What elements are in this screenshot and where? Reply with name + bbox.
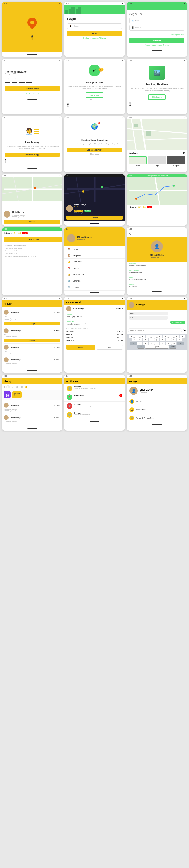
key-v[interactable]: v <box>154 342 159 345</box>
history-tab-20[interactable]: 20 <box>20 385 24 388</box>
dropoff-button[interactable]: DROP OFF <box>4 237 62 242</box>
key-h[interactable]: h <box>160 338 165 341</box>
req-2-accept[interactable]: Accept <box>4 339 61 342</box>
task-job-tag: TASK JOB <box>74 210 83 212</box>
nav-item-logout[interactable]: ↩️ Logout <box>64 284 125 290</box>
map-option-default[interactable]: Default <box>128 156 147 166</box>
key-l[interactable]: l <box>177 338 182 341</box>
map-option-high[interactable]: High <box>148 156 166 166</box>
key-j[interactable]: j <box>166 338 171 341</box>
settings-item-privacy[interactable]: 🔒 Terms & Privacy Policy <box>127 414 187 422</box>
key-n[interactable]: n <box>166 342 171 345</box>
key-g[interactable]: g <box>154 338 159 341</box>
signup-phone-field[interactable]: 📱 Phone <box>129 25 184 31</box>
forgot-link[interactable]: Forgot password? <box>171 34 184 35</box>
nav-item-request[interactable]: 📋 Request <box>64 252 125 259</box>
back-button[interactable]: ‹ <box>5 65 60 68</box>
nav-item-settings[interactable]: ⚙️ Settings <box>64 278 125 284</box>
key-backspace[interactable]: ⌫ <box>177 342 184 345</box>
otp-box-1[interactable]: 9 <box>5 77 10 83</box>
key-w[interactable]: w <box>134 335 139 338</box>
key-o[interactable]: o <box>174 335 179 338</box>
accept-status-icons: ▪▪ <box>122 59 123 61</box>
route-icons: ▪▪▪ <box>184 175 185 177</box>
history-bell-icon[interactable]: 🔔 <box>25 385 27 388</box>
dropoff-screen: 0:02 ▪▪▪ 1.8 mins $ 11.00 FAST DROP OFF … <box>2 227 62 295</box>
login-signup-link[interactable]: Create a new account? Sign Up <box>67 37 122 39</box>
key-s[interactable]: s <box>137 338 143 341</box>
nav-item-home[interactable]: 🏠 Home <box>64 246 125 252</box>
key-d[interactable]: d <box>143 338 148 341</box>
signup-button[interactable]: SIGN UP <box>129 38 184 43</box>
home-icon: 🏠 <box>68 248 70 250</box>
key-shift[interactable]: ⇧ <box>130 342 137 345</box>
nav-item-history[interactable]: 📅 History <box>64 265 125 272</box>
close-icon[interactable]: ✕ <box>183 151 185 155</box>
accept-show-more[interactable]: Show more <box>67 99 122 101</box>
otp-box-3[interactable] <box>19 77 25 83</box>
nav-step-4: Turn left into 43 W <box>4 252 61 255</box>
chat-input-field[interactable] <box>128 329 182 333</box>
verify-button[interactable]: VERIFY NOW <box>5 86 60 91</box>
map-option-autopilot[interactable]: Autopilot <box>167 156 185 166</box>
key-y[interactable]: y <box>157 335 162 338</box>
location-show-more[interactable]: Show more <box>67 153 122 155</box>
tracking-skip-button[interactable]: Skip to App <box>148 94 166 100</box>
key-a[interactable]: a <box>132 338 137 341</box>
detail-accept-button[interactable]: Accept <box>66 345 95 350</box>
history-tab-15[interactable]: 15 <box>15 385 19 388</box>
driver-detail-light: 2139 Flying Tansular <box>12 215 25 216</box>
key-z[interactable]: z <box>137 342 143 345</box>
accept-button-light[interactable]: Accept <box>4 220 61 224</box>
phone-placeholder: Phone <box>73 25 79 27</box>
key-u[interactable]: u <box>163 335 168 338</box>
send-icon[interactable]: ➤ <box>183 329 186 332</box>
route-price: $ 11.00 <box>138 206 146 208</box>
req-1-accept[interactable]: Accept <box>4 322 61 326</box>
key-i[interactable]: i <box>168 335 174 338</box>
otp-box-4[interactable] <box>26 77 32 83</box>
key-x[interactable]: x <box>143 342 148 345</box>
key-f[interactable]: f <box>149 338 154 341</box>
key-e[interactable]: e <box>140 335 145 338</box>
signup-email-field[interactable]: ✉️ Email <box>129 18 184 23</box>
history-tab-10[interactable]: 10 <box>11 385 14 388</box>
tracking-status-icons: ▪▪ <box>184 59 185 61</box>
key-return[interactable]: return <box>169 345 176 348</box>
route-bottom-bar <box>152 212 162 212</box>
login-content: Login 📱 Phone NEXT Create a new account?… <box>64 14 125 42</box>
key-space[interactable]: space <box>145 345 169 348</box>
map-preview-autopilot <box>167 156 185 164</box>
accept-button-dark[interactable]: Accept <box>66 216 123 220</box>
phone-status-icons: ▪▪ <box>59 59 61 61</box>
login-phone-field[interactable]: 📱 Phone <box>67 23 122 29</box>
profile-close-icon[interactable]: ✕ <box>128 232 131 236</box>
history-tab-id[interactable]: ID <box>4 386 5 388</box>
key-m[interactable]: m <box>171 342 177 345</box>
nav-item-wallet[interactable]: 💰 My Wallet <box>64 259 125 265</box>
continue-button[interactable]: Continue to App <box>5 153 60 157</box>
key-c[interactable]: c <box>149 342 154 345</box>
dot-1 <box>31 35 33 37</box>
phone-value-profile: +000-0000-0001 <box>129 272 184 274</box>
notif-delete-badge[interactable]: ✕ <box>119 394 122 397</box>
settings-item-profile[interactable]: 👤 Profile <box>127 398 187 406</box>
settings-item-notification[interactable]: 🔔 Notification <box>127 406 187 414</box>
notif-bottom-bar <box>90 421 99 422</box>
login-next-button[interactable]: NEXT <box>67 31 122 36</box>
history-tab-6[interactable]: 6 <box>6 385 10 389</box>
detail-cancel-button[interactable]: Cancel <box>97 345 123 350</box>
key-r[interactable]: r <box>146 335 151 338</box>
login-redirect[interactable]: Already have an account? Login <box>129 44 184 46</box>
key-numbers[interactable]: 123 <box>137 345 145 348</box>
key-t[interactable]: t <box>152 335 157 338</box>
key-b[interactable]: b <box>160 342 165 345</box>
nav-item-notifications[interactable]: 🔔 Notifications <box>64 272 125 278</box>
resend-link[interactable]: Didn't get a code? <box>5 92 60 94</box>
key-k[interactable]: k <box>171 338 177 341</box>
key-p[interactable]: p <box>180 335 185 338</box>
use-location-button[interactable]: USE MY LOCATION <box>67 148 122 152</box>
accept-skip-button[interactable]: Skip to App <box>86 92 103 98</box>
key-q[interactable]: q <box>129 335 134 338</box>
otp-box-2[interactable]: 9 <box>12 77 18 83</box>
